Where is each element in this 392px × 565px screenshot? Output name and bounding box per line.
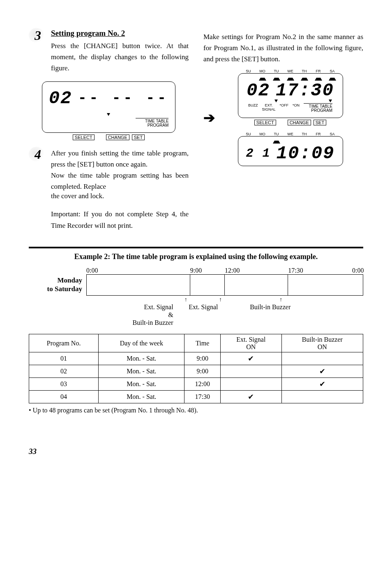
lcd-a-prog-label: PROGRAM: [148, 123, 169, 127]
program-table: Program No. Day of the week Time Ext. Si…: [29, 334, 363, 403]
lcd-off-label: *OFF: [280, 103, 289, 107]
lcd-ext-label: EXT. SIGNAL: [262, 103, 275, 111]
check-icon: ✔: [220, 391, 281, 403]
step-3-body: Press the [CHANGE] button twice. At that…: [51, 40, 189, 74]
footnote: • Up to 48 programs can be set (Program …: [29, 407, 363, 414]
lcd-on-label: *ON: [293, 103, 300, 107]
two-column-top: 3 Setting program No. 2 Press the [CHANG…: [29, 29, 363, 235]
table-cell: 12:00: [184, 378, 220, 391]
table-cell: 9:00: [184, 352, 220, 365]
change-button[interactable]: CHANGE: [106, 134, 129, 140]
step-4-body-2: Now the time table program setting has b…: [51, 170, 189, 192]
example-title: Example 2: The time table program is exp…: [29, 252, 363, 261]
step-3-title: Setting program No. 2: [51, 29, 125, 37]
change-button[interactable]: CHANGE: [288, 120, 311, 125]
figure-a: - 02 - -- -- -- TIME TABLE PROGRAM SELEC…: [29, 81, 189, 140]
check-icon: ✔: [281, 378, 363, 391]
table-header: Day of the week: [99, 334, 184, 352]
section-divider: [29, 247, 363, 248]
step-3: 3 Setting program No. 2 Press the [CHANG…: [29, 29, 189, 76]
table-header: Built-in Buzzer ON: [281, 334, 363, 352]
table-row: 03Mon. - Sat.12:00✔: [29, 378, 363, 391]
timeline-grid: [86, 274, 363, 296]
step-4-important: Important: If you do not complete Step 4…: [51, 208, 189, 231]
select-button[interactable]: SELECT: [73, 134, 95, 140]
step-3-number: 3: [29, 29, 47, 42]
table-cell: 04: [29, 391, 99, 403]
set-button[interactable]: SET: [132, 134, 145, 140]
step-4-body-1: After you finish setting the time table …: [51, 148, 189, 170]
table-cell: Mon. - Sat.: [99, 352, 184, 365]
right-column: Make settings for Program No.2 in the sa…: [203, 29, 363, 235]
step-4: 4 After you finish setting the time tabl…: [29, 148, 189, 234]
table-row: 02Mon. - Sat.9:00✔: [29, 365, 363, 378]
timeline-event: Ext. Signal: [173, 303, 234, 327]
timeline-time: 0:00: [86, 267, 97, 274]
cursor-down-icon: [274, 100, 278, 102]
left-column: 3 Setting program No. 2 Press the [CHANG…: [29, 29, 189, 235]
table-row: 04Mon. - Sat.17:30✔: [29, 391, 363, 403]
table-header: Program No.: [29, 334, 99, 352]
table-cell: [281, 352, 363, 365]
set-button[interactable]: SET: [314, 120, 326, 125]
cursor-down-icon: [107, 113, 110, 116]
step-4-number: 4: [29, 148, 47, 161]
step-3-body-right: Make settings for Program No.2 in the sa…: [203, 31, 363, 65]
table-cell: Mon. - Sat.: [99, 391, 184, 403]
lcd-a-prog: 02: [49, 89, 72, 107]
table-cell: 01: [29, 352, 99, 365]
table-cell: 9:00: [184, 365, 220, 378]
table-header: Time: [184, 334, 220, 352]
lcd-c-time: 10:09: [276, 144, 334, 162]
table-header: Ext. Signal ON: [220, 334, 281, 352]
check-icon: ✔: [281, 365, 363, 378]
timeline-time: 9:00: [190, 267, 201, 274]
table-row: 01Mon. - Sat.9:00✔: [29, 352, 363, 365]
lcd-a-time: -- -- --: [78, 91, 168, 106]
arrow-right-icon: ➔: [203, 109, 215, 126]
lcd-b-time: 17:30: [276, 81, 334, 100]
table-cell: 17:30: [184, 391, 220, 403]
timeline-time: 17:30: [288, 267, 299, 274]
timeline-time: 12:00: [225, 267, 236, 274]
lcd-c-prog: 2 1: [246, 147, 270, 160]
lcd-b-prog: 02: [247, 81, 270, 100]
timeline-event: Ext. Signal & Built-in Buzzer: [86, 303, 173, 327]
day-row-c: SUMOTUWETHFRSA: [238, 132, 343, 136]
day-row-b: SUMOTUWETHFRSA: [238, 69, 343, 73]
lcd-buzz-label: BUZZ: [248, 103, 258, 107]
table-cell: [281, 391, 363, 403]
check-icon: ✔: [220, 352, 281, 365]
table-cell: [220, 378, 281, 391]
step-4-body-3: the cover and lock.: [51, 192, 189, 200]
table-cell: [220, 365, 281, 378]
table-cell: 03: [29, 378, 99, 391]
page-number: 33: [29, 447, 363, 456]
timeline-event: Built-in Buzzer: [233, 303, 307, 327]
timeline-time: 0:00: [352, 267, 363, 274]
timeline-row-label: Monday to Saturday: [29, 276, 86, 293]
timeline-events: Ext. Signal & Built-in Buzzer Ext. Signa…: [29, 303, 363, 327]
table-cell: Mon. - Sat.: [99, 365, 184, 378]
table-cell: Mon. - Sat.: [99, 378, 184, 391]
select-button[interactable]: SELECT: [254, 120, 276, 125]
timeline: Monday to Saturday 0:00 9:00 12:00 17:30…: [29, 267, 363, 303]
table-cell: 02: [29, 365, 99, 378]
table-header-row: Program No. Day of the week Time Ext. Si…: [29, 334, 363, 352]
